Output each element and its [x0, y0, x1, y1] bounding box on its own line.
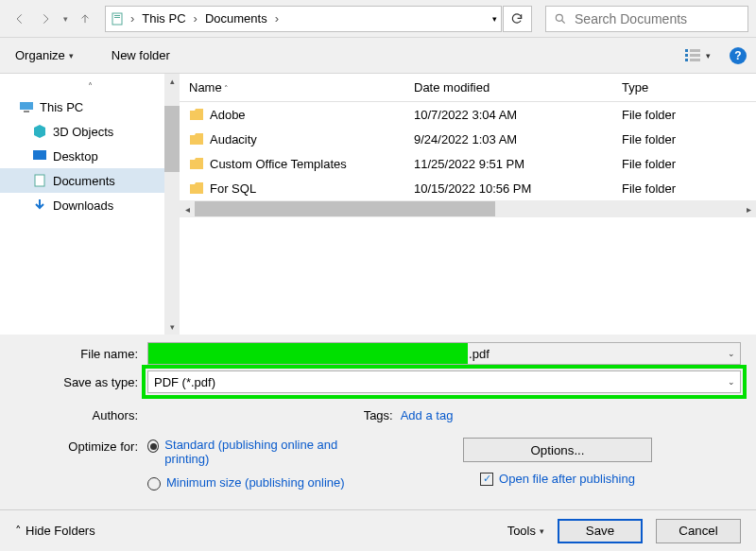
breadcrumb-segment[interactable]: Documents — [203, 11, 269, 26]
options-button[interactable]: Options... — [463, 438, 652, 462]
file-date: 10/15/2022 10:56 PM — [404, 181, 612, 196]
folder-icon — [189, 181, 204, 195]
new-folder-label: New folder — [112, 48, 170, 62]
optimize-standard-radio[interactable]: Standard (publishing online and printing… — [147, 438, 355, 466]
column-type[interactable]: Type — [612, 80, 756, 95]
search-input[interactable] — [575, 11, 740, 26]
tree-3d-objects[interactable]: 3D Objects — [0, 119, 180, 144]
optimize-label: Optimize for: — [15, 438, 147, 500]
svg-point-3 — [556, 14, 562, 21]
scroll-right-icon[interactable]: ▸ — [741, 204, 756, 215]
svg-rect-1 — [114, 15, 120, 16]
column-name[interactable]: Name˄ — [180, 80, 404, 95]
file-row[interactable]: Adobe 10/7/2022 3:04 AM File folder — [180, 102, 756, 127]
tree-label: 3D Objects — [53, 125, 113, 139]
breadcrumb[interactable]: › This PC › Documents › ▾ — [105, 6, 502, 32]
radio-unchecked-icon — [147, 477, 161, 491]
folder-tree[interactable]: ˄ This PC 3D Objects Desktop Documents D… — [0, 74, 180, 335]
tags-label: Tags: — [364, 408, 393, 422]
file-name: For SQL — [210, 181, 256, 196]
optimize-minimum-radio[interactable]: Minimum size (publishing online) — [147, 475, 355, 491]
file-name: Custom Office Templates — [210, 157, 347, 171]
3d-icon — [32, 124, 47, 139]
help-button[interactable]: ? — [730, 47, 747, 64]
chevron-up-icon: ˄ — [15, 524, 22, 538]
optimize-standard-label: Standard (publishing online and printing… — [164, 438, 355, 466]
tree-documents[interactable]: Documents — [0, 168, 180, 193]
organize-label: Organize — [15, 48, 65, 62]
path-dropdown[interactable]: ▾ — [492, 14, 497, 24]
tree-this-pc[interactable]: This PC — [0, 95, 180, 119]
file-date: 10/7/2022 3:04 AM — [404, 108, 612, 122]
tree-downloads[interactable]: Downloads — [0, 193, 180, 217]
documents-icon — [110, 11, 125, 26]
folder-icon — [189, 132, 204, 146]
sort-asc-icon: ˄ — [224, 84, 229, 94]
breadcrumb-segment[interactable]: This PC — [140, 11, 187, 26]
svg-rect-11 — [24, 111, 29, 112]
new-folder-button[interactable]: New folder — [106, 44, 176, 66]
dropdown-caret-icon[interactable]: ⌄ — [728, 377, 735, 387]
add-tag-link[interactable]: Add a tag — [401, 408, 454, 422]
search-documents[interactable] — [545, 6, 748, 32]
tree-label: Documents — [53, 174, 115, 188]
saveastype-label: Save as type: — [15, 375, 147, 389]
file-type: File folder — [612, 181, 756, 196]
svg-rect-13 — [35, 175, 44, 186]
scroll-left-icon[interactable]: ◂ — [180, 204, 195, 215]
svg-rect-10 — [20, 102, 33, 110]
scrollbar-thumb[interactable] — [164, 106, 180, 172]
tree-label: Desktop — [53, 149, 98, 164]
svg-rect-7 — [690, 54, 700, 57]
svg-rect-0 — [112, 13, 122, 25]
filename-input[interactable] — [147, 342, 741, 365]
chevron-right-icon: › — [130, 11, 134, 26]
scroll-up-icon[interactable]: ˄ — [0, 81, 180, 95]
folder-icon — [189, 157, 204, 170]
openafter-label: Open file after publishing — [499, 472, 635, 486]
file-row[interactable]: Custom Office Templates 11/25/2022 9:51 … — [180, 151, 756, 176]
refresh-button[interactable] — [503, 6, 532, 32]
hide-folders-label: Hide Folders — [26, 524, 95, 538]
hide-folders-toggle[interactable]: ˄ Hide Folders — [15, 524, 95, 538]
dropdown-caret-icon[interactable]: ⌄ — [728, 349, 735, 358]
documents-icon — [32, 173, 47, 188]
folder-icon — [189, 108, 204, 121]
tree-label: Downloads — [53, 198, 113, 213]
optimize-minimum-label: Minimum size (publishing online) — [166, 475, 345, 490]
downloads-icon — [32, 198, 47, 213]
forward-button[interactable] — [33, 6, 57, 32]
scrollbar-thumb[interactable] — [195, 201, 495, 216]
radio-checked-icon — [147, 439, 159, 453]
svg-rect-5 — [690, 49, 700, 52]
svg-rect-4 — [685, 49, 688, 52]
recent-dropdown[interactable]: ▾ — [60, 6, 72, 32]
file-type: File folder — [612, 132, 756, 146]
save-button[interactable]: Save — [558, 519, 643, 543]
chevron-right-icon: › — [275, 11, 279, 26]
saveastype-select[interactable] — [147, 370, 741, 393]
horizontal-scrollbar[interactable]: ◂ ▸ — [180, 200, 756, 217]
filename-label: File name: — [15, 347, 147, 361]
tree-desktop[interactable]: Desktop — [0, 144, 180, 168]
organize-menu[interactable]: Organize▾ — [9, 44, 79, 66]
cancel-button[interactable]: Cancel — [656, 519, 741, 543]
search-icon — [554, 12, 567, 26]
file-name: Adobe — [210, 108, 246, 122]
tools-menu[interactable]: Tools▾ — [507, 524, 544, 538]
file-name: Audacity — [210, 132, 257, 146]
chevron-right-icon: › — [194, 11, 198, 26]
svg-rect-12 — [33, 150, 46, 160]
file-row[interactable]: Audacity 9/24/2022 1:03 AM File folder — [180, 127, 756, 151]
file-row[interactable]: For SQL 10/15/2022 10:56 PM File folder — [180, 176, 756, 200]
tree-scrollbar[interactable]: ▴ ▾ — [164, 74, 180, 335]
back-button[interactable] — [8, 6, 31, 32]
file-type: File folder — [612, 157, 756, 171]
view-menu[interactable]: ▾ — [678, 43, 716, 69]
up-button[interactable] — [74, 6, 97, 32]
pc-icon — [19, 99, 34, 114]
file-list[interactable]: Name˄ Date modified Type Adobe 10/7/2022… — [180, 74, 756, 335]
file-date: 11/25/2022 9:51 PM — [404, 157, 612, 171]
openafter-checkbox[interactable]: ✓ — [480, 473, 493, 486]
column-date[interactable]: Date modified — [404, 80, 612, 95]
